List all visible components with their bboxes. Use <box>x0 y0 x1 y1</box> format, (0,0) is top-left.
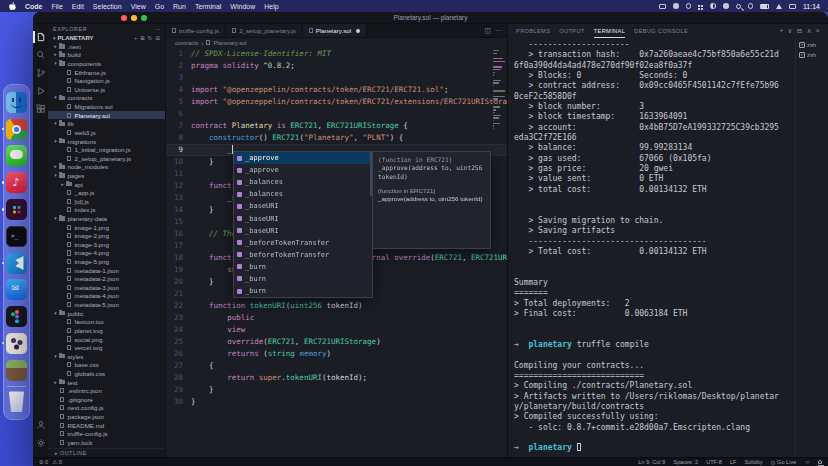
suggestion-item[interactable]: _approve <box>234 164 372 176</box>
maximize-panel-icon[interactable]: ∧ <box>807 27 812 35</box>
breadcrumb[interactable]: contracts › Planetary.sol <box>166 38 507 47</box>
dock-music-icon[interactable] <box>6 172 27 193</box>
dock-minecraft-icon[interactable] <box>6 360 27 381</box>
tree-item[interactable]: ▾public <box>48 309 165 318</box>
tree-item[interactable]: image-4.png <box>48 249 165 258</box>
tree-item[interactable]: base.css <box>48 361 165 370</box>
suggest-scrollbar[interactable] <box>370 152 373 196</box>
tree-item[interactable]: image-3.png <box>48 240 165 249</box>
terminal-picker-icon[interactable]: ∨ <box>788 27 793 35</box>
settings-gear-icon[interactable] <box>33 434 48 452</box>
display-icon[interactable] <box>659 4 666 9</box>
tree-item[interactable]: truffle-config.js <box>48 429 165 438</box>
dock-chrome-icon[interactable] <box>6 119 27 140</box>
window-title-bar[interactable]: Planetary.sol — planetary <box>33 12 828 24</box>
tree-item[interactable]: index.js <box>48 206 165 215</box>
close-window-button[interactable] <box>121 15 127 21</box>
terminal-output[interactable]: --------------------- > transaction hash… <box>508 38 795 457</box>
suggestion-item[interactable]: _baseURI <box>234 225 372 237</box>
explorer-more-icon[interactable]: ⋯ <box>154 25 160 32</box>
tree-item[interactable]: 2_setup_planetary.js <box>48 154 165 163</box>
menu-window[interactable]: Window <box>230 3 255 10</box>
suggestion-item[interactable]: _beforeTokenTransfer <box>234 249 372 261</box>
search-icon[interactable] <box>33 46 48 64</box>
panel-tab-problems[interactable]: PROBLEMS <box>516 25 550 37</box>
terminal-instance[interactable]: >zsh <box>796 40 828 50</box>
explorer-action-icon[interactable]: ↻ <box>148 35 153 41</box>
status-problems[interactable]: ⊘0⚠0 <box>39 459 62 465</box>
run-debug-icon[interactable] <box>33 82 48 100</box>
battery-icon[interactable] <box>760 4 769 9</box>
circle-c-icon[interactable] <box>723 3 729 9</box>
tree-item[interactable]: globals.css <box>48 369 165 378</box>
tree-item[interactable]: _app.js <box>48 188 165 197</box>
tree-item[interactable]: Migrations.sol <box>48 102 165 111</box>
tree-item[interactable]: Planetary.sol <box>48 111 165 120</box>
tree-item[interactable]: ▾components <box>48 59 165 68</box>
tree-item[interactable]: metadata-4.json <box>48 292 165 301</box>
menu-selection[interactable]: Selection <box>93 3 122 10</box>
panel-tab-output[interactable]: OUTPUT <box>559 25 584 37</box>
tree-item[interactable]: ▸test <box>48 378 165 387</box>
tree-item[interactable]: next.config.js <box>48 404 165 413</box>
menu-run[interactable]: Run <box>173 3 186 10</box>
tree-item[interactable]: metadata-2.json <box>48 274 165 283</box>
tree-item[interactable]: social.png <box>48 335 165 344</box>
tree-item[interactable]: 1_initial_migration.js <box>48 145 165 154</box>
menu-file[interactable]: File <box>52 3 63 10</box>
encoding[interactable]: UTF-8 <box>706 459 722 465</box>
half-circle-icon[interactable] <box>710 3 716 9</box>
dock-finder-icon[interactable] <box>6 92 27 113</box>
suggestion-item[interactable]: _burn <box>234 273 372 285</box>
dock-trash-icon[interactable] <box>6 391 27 412</box>
feedback-smiley-icon[interactable]: ☺ <box>804 459 810 465</box>
menu-code[interactable]: Code <box>25 3 43 10</box>
grid-icon[interactable] <box>698 5 700 7</box>
dock-mail-icon[interactable] <box>6 279 27 300</box>
panel-tab-terminal[interactable]: TERMINAL <box>594 25 625 38</box>
panel-tab-debug-console[interactable]: DEBUG CONSOLE <box>634 25 688 37</box>
menu-help[interactable]: Help <box>264 3 278 10</box>
source-control-icon[interactable] <box>33 64 48 82</box>
suggestion-item[interactable]: _burn <box>234 261 372 273</box>
kill-terminal-icon[interactable]: ⊟ <box>797 27 803 35</box>
menu-terminal[interactable]: Terminal <box>195 3 221 10</box>
zoom-window-button[interactable] <box>141 15 147 21</box>
circle-b-icon[interactable] <box>686 3 692 9</box>
project-root-row[interactable]: ▾ PLANETARY +⊞↻⊟ <box>48 33 165 42</box>
tree-item[interactable]: ▾styles <box>48 352 165 361</box>
tree-item[interactable]: README.md <box>48 421 165 430</box>
tab-truffle-config.js[interactable]: truffle-config.js <box>166 24 226 37</box>
tree-item[interactable]: ▾migrations <box>48 137 165 146</box>
notifications-bell-icon[interactable] <box>818 460 822 464</box>
tree-item[interactable]: [id].js <box>48 197 165 206</box>
tree-item[interactable]: planet.svg <box>48 326 165 335</box>
breadcrumb-file[interactable]: Planetary.sol <box>213 40 246 46</box>
suggestion-item[interactable]: _baseURI <box>234 212 372 224</box>
explorer-action-icon[interactable]: + <box>134 35 137 41</box>
more-actions-icon[interactable]: ⋯ <box>495 27 502 35</box>
tree-item[interactable]: ▾contracts <box>48 94 165 103</box>
tree-item[interactable]: ▾lib <box>48 119 165 128</box>
tree-item[interactable]: .eslintrc.json <box>48 386 165 395</box>
explorer-action-icon[interactable]: ⊞ <box>140 35 145 41</box>
tree-item[interactable]: ▸api <box>48 180 165 189</box>
explorer-action-icon[interactable]: ⊟ <box>155 35 160 41</box>
dock-slack-icon[interactable] <box>6 199 27 220</box>
tree-item[interactable]: Universe.js <box>48 85 165 94</box>
apple-menu-icon[interactable] <box>8 2 16 11</box>
tree-item[interactable]: favicon.ico <box>48 318 165 327</box>
minimap[interactable] <box>493 50 506 129</box>
minimize-window-button[interactable] <box>131 15 137 21</box>
tree-item[interactable]: ▸.next <box>48 42 165 51</box>
wifi-icon[interactable] <box>776 4 782 9</box>
eol[interactable]: LF <box>730 459 737 465</box>
tree-item[interactable]: package.json <box>48 412 165 421</box>
close-panel-icon[interactable]: × <box>816 27 820 35</box>
circle-d-icon[interactable] <box>748 3 754 9</box>
terminal-instance[interactable]: >zsh <box>796 50 828 60</box>
tree-item[interactable]: yarn.lock <box>48 438 165 447</box>
tree-item[interactable]: image-1.png <box>48 223 165 232</box>
tree-item[interactable]: metadata-1.json <box>48 266 165 275</box>
tree-item[interactable]: web3.js <box>48 128 165 137</box>
